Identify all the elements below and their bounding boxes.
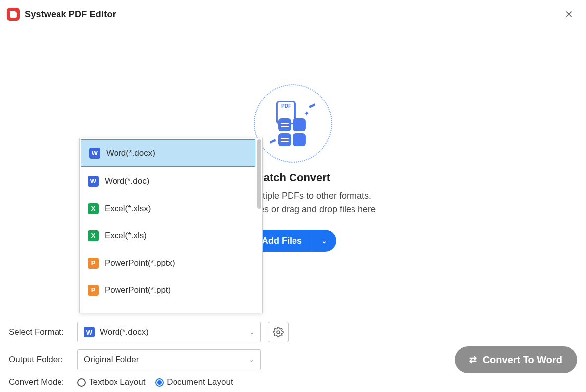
svg-point-0 bbox=[277, 331, 280, 334]
format-option[interactable]: PPowerPoint(*.ppt) bbox=[80, 277, 256, 304]
app-logo bbox=[7, 8, 20, 21]
word-icon: W bbox=[89, 148, 100, 159]
select-format-value: Word(*.docx) bbox=[100, 327, 149, 337]
select-format-label: Select Format: bbox=[9, 327, 77, 337]
settings-button[interactable] bbox=[268, 322, 289, 342]
excel-icon: X bbox=[88, 230, 99, 241]
format-option-label: Word(*.docx) bbox=[106, 148, 155, 158]
format-option-label: PowerPoint(*.pptx) bbox=[105, 258, 175, 268]
excel-icon: X bbox=[88, 203, 99, 214]
output-folder-label: Output Folder: bbox=[9, 355, 77, 365]
format-option-label: Excel(*.xlsx) bbox=[105, 204, 151, 214]
gear-icon bbox=[273, 327, 284, 337]
radio-icon bbox=[155, 378, 164, 387]
scrollbar[interactable] bbox=[257, 139, 261, 209]
ppt-icon: P bbox=[88, 258, 99, 269]
close-icon[interactable]: ✕ bbox=[562, 6, 576, 22]
radio-textbox-layout[interactable]: Textbox Layout bbox=[77, 377, 145, 387]
output-folder-value: Original Folder bbox=[84, 355, 139, 365]
format-option-label: PowerPoint(*.ppt) bbox=[105, 285, 171, 295]
convert-arrows-icon: ⇄ bbox=[469, 354, 477, 365]
radio-document-label: Document Layout bbox=[167, 377, 233, 387]
chevron-down-icon[interactable]: ⌄ bbox=[312, 230, 336, 252]
select-format-dropdown[interactable]: W Word(*.docx) ⌄ bbox=[77, 322, 261, 342]
convert-mode-label: Convert Mode: bbox=[9, 377, 77, 387]
word-icon: W bbox=[84, 327, 95, 337]
ppt-icon: P bbox=[88, 285, 99, 296]
add-files-button[interactable]: Add Files ⌄ bbox=[250, 230, 336, 252]
app-title: Systweak PDF Editor bbox=[25, 9, 116, 20]
convert-illustration: PDF ✦✦ ➦➦ bbox=[254, 84, 332, 163]
convert-button[interactable]: ⇄ Convert To Word bbox=[455, 346, 577, 373]
format-option[interactable]: XExcel(*.xlsx) bbox=[80, 195, 256, 222]
radio-textbox-label: Textbox Layout bbox=[89, 377, 145, 387]
radio-icon bbox=[77, 378, 86, 387]
format-dropdown-list[interactable]: WWord(*.docx)WWord(*.doc)XExcel(*.xlsx)X… bbox=[79, 138, 263, 313]
chevron-down-icon: ⌄ bbox=[249, 329, 254, 336]
output-folder-dropdown[interactable]: Original Folder ⌄ bbox=[77, 349, 261, 370]
format-option[interactable]: WWord(*.doc) bbox=[80, 168, 256, 195]
format-option-label: Excel(*.xls) bbox=[105, 231, 147, 241]
word-icon: W bbox=[88, 176, 99, 187]
format-option[interactable]: XExcel(*.xls) bbox=[80, 222, 256, 249]
radio-document-layout[interactable]: Document Layout bbox=[155, 377, 233, 387]
chevron-down-icon: ⌄ bbox=[249, 356, 254, 363]
format-option[interactable]: PPowerPoint(*.pptx) bbox=[80, 249, 256, 277]
convert-button-label: Convert To Word bbox=[483, 354, 562, 366]
format-option[interactable]: WWord(*.docx) bbox=[81, 139, 255, 167]
format-option-label: Word(*.doc) bbox=[105, 176, 149, 186]
